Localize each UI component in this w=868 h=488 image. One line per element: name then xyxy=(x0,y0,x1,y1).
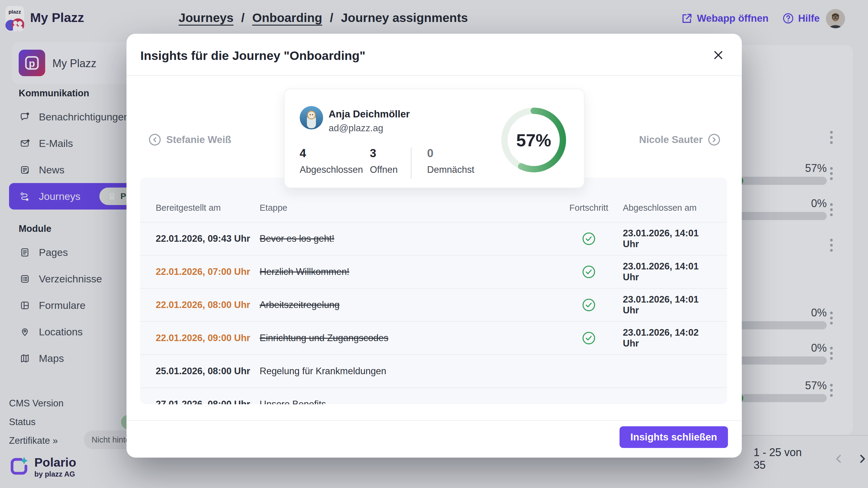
stats-divider xyxy=(411,148,411,179)
person-summary-card: Anja Deichmöller ad@plazz.ag 4Abgeschlos… xyxy=(284,89,585,188)
modal-title: Insights für die Journey "Onboarding" xyxy=(141,49,365,63)
progress-percent: 57% xyxy=(493,99,575,181)
table-body: 22.01.2026, 09:43 UhrBevor es los geht!2… xyxy=(140,222,727,404)
journey-stages-table: Bereitgestellt amEtappeFortschrittAbgesc… xyxy=(140,177,727,404)
arrow-left-circle-icon xyxy=(148,133,161,146)
stat-value: 3 xyxy=(370,148,411,159)
arrow-right-circle-icon xyxy=(708,133,721,146)
provided-at: 22.01.2026, 07:00 Uhr xyxy=(156,266,259,277)
stat-value: 4 xyxy=(300,148,370,159)
next-person-button[interactable]: Nicole Sauter xyxy=(639,133,721,146)
check-circle-icon xyxy=(582,331,596,345)
check-circle-icon xyxy=(582,298,596,312)
previous-person-button[interactable]: Stefanie Weiß xyxy=(148,133,231,146)
stat-value: 0 xyxy=(427,148,474,159)
completed-at: 23.01.2026, 14:01 Uhr xyxy=(617,228,711,250)
table-row: 27.01.2026, 08:00 UhrUnsere Benefits xyxy=(140,387,727,404)
table-row: 22.01.2026, 09:43 UhrBevor es los geht!2… xyxy=(140,222,727,255)
stat-label: Abgeschlossen xyxy=(300,164,370,175)
stage-name: Einrichtung und Zugangscodes xyxy=(259,333,561,344)
table-row: 22.01.2026, 07:00 UhrHerzlich Willkommen… xyxy=(140,255,727,288)
close-icon[interactable] xyxy=(711,48,725,62)
stat-abgeschlossen: 4Abgeschlossen xyxy=(300,148,370,175)
stage-name: Arbeitszeitregelung xyxy=(259,299,561,311)
completed-at: 23.01.2026, 14:01 Uhr xyxy=(617,294,711,316)
completed-at: 23.01.2026, 14:01 Uhr xyxy=(617,261,711,283)
table-row: 22.01.2026, 08:00 UhrArbeitszeitregelung… xyxy=(140,288,727,321)
person-name: Anja Deichmöller xyxy=(329,108,410,120)
person-email: ad@plazz.ag xyxy=(329,123,383,134)
person-avatar xyxy=(300,106,323,129)
table-row: 22.01.2026, 09:00 UhrEinrichtung und Zug… xyxy=(140,321,727,354)
stat-label: Demnächst xyxy=(427,164,474,175)
column-header-bereitgestellt-am: Bereitgestellt am xyxy=(156,203,259,213)
provided-at: 25.01.2026, 08:00 Uhr xyxy=(156,366,259,377)
stage-name: Unsere Benefits xyxy=(259,399,561,404)
provided-at: 22.01.2026, 09:00 Uhr xyxy=(156,333,259,344)
stage-name: Regelung für Krankmeldungen xyxy=(259,366,561,377)
table-row: 25.01.2026, 08:00 UhrRegelung für Krankm… xyxy=(140,354,727,387)
modal-footer-divider xyxy=(126,420,742,421)
provided-at: 22.01.2026, 09:43 Uhr xyxy=(156,233,259,244)
column-header-abgeschlossen-am: Abgeschlossen am xyxy=(617,203,711,213)
stat-label: Offnen xyxy=(370,164,411,175)
app-screen: plazz My Plazz Journeys / Onboarding / J… xyxy=(0,0,868,488)
column-header-etappe: Etappe xyxy=(259,203,561,213)
close-insights-button[interactable]: Insights schließen xyxy=(620,426,728,448)
stage-name: Bevor es los geht! xyxy=(259,233,561,244)
check-circle-icon xyxy=(582,265,596,279)
provided-at: 22.01.2026, 08:00 Uhr xyxy=(156,299,259,311)
check-circle-icon xyxy=(582,232,596,246)
stat-offnen: 3Offnen xyxy=(370,148,411,175)
column-header-fortschritt: Fortschritt xyxy=(569,203,609,213)
provided-at: 27.01.2026, 08:00 Uhr xyxy=(156,399,259,404)
person-stats: 4Abgeschlossen3Offnen0Demnächst xyxy=(300,148,474,179)
insights-modal: Insights für die Journey "Onboarding" St… xyxy=(126,34,742,458)
stat-demn-chst: 0Demnächst xyxy=(427,148,474,175)
modal-header-divider xyxy=(126,75,742,76)
stage-name: Herzlich Willkommen! xyxy=(259,266,561,277)
completed-at: 23.01.2026, 14:02 Uhr xyxy=(617,327,711,349)
progress-donut-chart: 57% xyxy=(493,99,575,181)
